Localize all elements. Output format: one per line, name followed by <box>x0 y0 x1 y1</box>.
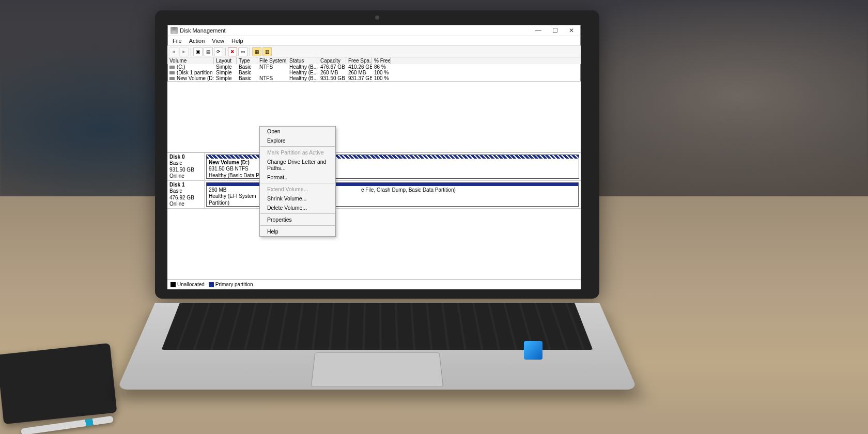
maximize-button[interactable]: ☐ <box>547 25 563 36</box>
ctx-explore[interactable]: Explore <box>260 136 335 145</box>
ctx-separator <box>260 183 335 183</box>
forward-button[interactable]: ► <box>179 47 189 56</box>
window-titlebar: Disk Management — ☐ ✕ <box>167 25 581 36</box>
webcam <box>375 16 379 20</box>
disk-0-info[interactable]: Disk 0 Basic 931.50 GB Online <box>167 153 205 180</box>
volume-table: Volume Layout Type File System Status Ca… <box>167 57 581 82</box>
app-icon <box>171 27 178 34</box>
minimize-button[interactable]: — <box>530 25 547 36</box>
volume-row[interactable]: New Volume (D:) Simple Basic NTFS Health… <box>167 75 581 81</box>
blank-area <box>167 82 581 152</box>
refresh-button[interactable]: ⟳ <box>214 47 223 56</box>
intel-sticker <box>524 341 542 360</box>
toolbar-separator <box>225 48 226 56</box>
ctx-mark-active: Mark Partition as Active <box>260 148 335 157</box>
menubar: File Action View Help <box>167 36 581 46</box>
legend-primary: Primary partition <box>215 282 253 287</box>
list-button[interactable]: ▤ <box>204 47 213 56</box>
ctx-shrink[interactable]: Shrink Volume... <box>260 194 335 203</box>
close-button[interactable]: ✕ <box>563 25 580 36</box>
toolbar: ◄ ► ▣ ▤ ⟳ ✖ ▭ ▦ ▥ <box>167 46 581 57</box>
ctx-open[interactable]: Open <box>260 127 335 136</box>
ctx-help[interactable]: Help <box>260 227 335 236</box>
drive-icon[interactable]: ▥ <box>262 47 272 56</box>
toolbar-separator <box>250 48 250 56</box>
up-button[interactable]: ▣ <box>193 47 203 56</box>
screen: Disk Management — ☐ ✕ File Action View H… <box>167 25 581 289</box>
properties-button[interactable]: ▭ <box>238 47 247 56</box>
col-status[interactable]: Status <box>287 57 318 64</box>
toolbar-separator <box>191 48 191 56</box>
col-volume[interactable]: Volume <box>167 57 214 64</box>
drawing-tablet <box>0 343 117 424</box>
blank-lower <box>167 209 581 280</box>
laptop-base <box>117 303 637 390</box>
disk-1-info[interactable]: Disk 1 Basic 476.92 GB Online <box>167 181 205 208</box>
col-pctfree[interactable]: % Free <box>372 57 391 64</box>
menu-view[interactable]: View <box>209 37 227 44</box>
ctx-separator <box>260 146 335 147</box>
unallocated-swatch <box>171 282 176 287</box>
disk-panel: Disk 0 Basic 931.50 GB Online New Volume… <box>167 152 581 209</box>
menu-action[interactable]: Action <box>186 37 208 44</box>
context-menu: Open Explore Mark Partition as Active Ch… <box>259 126 336 237</box>
col-type[interactable]: Type <box>237 57 257 64</box>
ctx-extend: Extend Volume... <box>260 184 335 194</box>
primary-swatch <box>209 282 214 287</box>
window-title: Disk Management <box>180 27 530 34</box>
legend: Unallocated Primary partition <box>167 279 581 289</box>
disk-0-row: Disk 0 Basic 931.50 GB Online New Volume… <box>167 153 581 181</box>
ctx-properties[interactable]: Properties <box>260 215 335 224</box>
volume-row[interactable]: (C:) Simple Basic NTFS Healthy (B... 476… <box>167 64 581 70</box>
legend-unallocated: Unallocated <box>177 282 205 287</box>
volume-row[interactable]: (Disk 1 partition 1) Simple Basic Health… <box>167 70 581 75</box>
ctx-change-letter[interactable]: Change Drive Letter and Paths... <box>260 157 335 173</box>
col-freespace[interactable]: Free Spa... <box>346 57 372 64</box>
disk-1-row: Disk 1 Basic 476.92 GB Online 260 MB Hea… <box>167 181 581 209</box>
laptop: Disk Management — ☐ ✕ File Action View H… <box>155 10 599 432</box>
trackpad <box>311 352 443 386</box>
menu-file[interactable]: File <box>169 37 185 44</box>
new-partition-icon[interactable]: ▦ <box>252 47 261 56</box>
back-button[interactable]: ◄ <box>169 47 178 56</box>
menu-help[interactable]: Help <box>228 37 246 44</box>
delete-icon[interactable]: ✖ <box>228 47 237 56</box>
ctx-separator <box>260 225 335 226</box>
col-filesystem[interactable]: File System <box>257 57 287 64</box>
col-layout[interactable]: Layout <box>214 57 237 64</box>
col-capacity[interactable]: Capacity <box>318 57 346 64</box>
ctx-delete[interactable]: Delete Volume... <box>260 203 335 212</box>
ctx-separator <box>260 213 335 214</box>
volume-table-header: Volume Layout Type File System Status Ca… <box>167 57 581 64</box>
ctx-format[interactable]: Format... <box>260 173 335 182</box>
